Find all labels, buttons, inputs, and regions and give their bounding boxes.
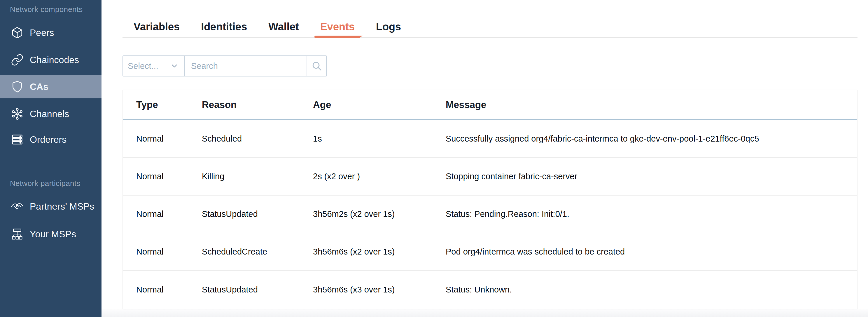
tab-bar: Variables Identities Wallet Events Logs: [123, 16, 858, 38]
chain-link-icon: [10, 53, 24, 66]
cell-age: 3h56m2s (x2 over 1s): [300, 209, 433, 219]
handshake-icon: [10, 200, 24, 213]
tab-logs[interactable]: Logs: [376, 16, 401, 37]
cell-reason: ScheduledCreate: [189, 247, 300, 257]
search-icon: [311, 60, 322, 71]
sidebar-item-peers[interactable]: Peers: [0, 21, 101, 45]
column-header-type: Type: [123, 99, 189, 110]
table-row[interactable]: Normal ScheduledCreate 3h56m6s (x2 over …: [123, 233, 857, 271]
cell-reason: Killing: [189, 172, 300, 181]
sidebar-item-label: Peers: [30, 27, 54, 38]
cell-message: Successfully assigned org4/fabric-ca-int…: [433, 134, 857, 144]
cell-message: Stopping container fabric-ca-server: [433, 172, 857, 181]
sidebar-item-label: Chaincodes: [30, 55, 79, 65]
sidebar-item-partners-msps[interactable]: Partners’ MSPs: [0, 195, 101, 218]
table-row[interactable]: Normal StatusUpdated 3h56m2s (x2 over 1s…: [123, 196, 857, 233]
cell-type: Normal: [123, 209, 189, 219]
cell-age: 3h56m6s (x3 over 1s): [300, 285, 433, 294]
cell-message: Status: Pending.Reason: Init:0/1.: [433, 209, 857, 219]
cell-message: Status: Unknown.: [433, 285, 857, 294]
filter-bar: Select...: [123, 55, 327, 77]
sidebar-item-chaincodes[interactable]: Chaincodes: [0, 48, 101, 71]
cell-type: Normal: [123, 247, 189, 257]
search-button[interactable]: [307, 56, 327, 76]
cell-age: 2s (x2 over ): [300, 172, 433, 181]
table-row[interactable]: Normal StatusUpdated 3h56m6s (x3 over 1s…: [123, 271, 857, 309]
sidebar-item-label: Your MSPs: [30, 229, 76, 240]
sidebar-item-your-msps[interactable]: Your MSPs: [0, 223, 101, 246]
cell-age: 1s: [300, 134, 433, 144]
page-bottom-strip: [101, 309, 868, 317]
sidebar-section-network-components: Network components: [10, 5, 83, 14]
sidebar-item-label: Orderers: [30, 134, 66, 145]
tab-events[interactable]: Events: [320, 16, 355, 37]
tab-variables[interactable]: Variables: [133, 16, 180, 37]
cube-icon: [10, 26, 24, 39]
column-header-age: Age: [300, 99, 433, 110]
filter-select[interactable]: Select...: [123, 55, 185, 77]
sidebar-item-label: Channels: [30, 109, 69, 119]
tab-wallet[interactable]: Wallet: [268, 16, 299, 37]
search-box: [185, 55, 327, 77]
cell-message: Pod org4/intermca was scheduled to be cr…: [433, 247, 857, 257]
filter-select-value: Select...: [128, 61, 158, 71]
column-header-message: Message: [433, 99, 857, 110]
table-row[interactable]: Normal Killing 2s (x2 over ) Stopping co…: [123, 158, 857, 196]
sidebar-item-label: CAs: [30, 81, 49, 92]
table-row[interactable]: Normal Scheduled 1s Successfully assigne…: [123, 120, 857, 158]
server-stack-icon: [10, 133, 24, 146]
column-header-reason: Reason: [189, 99, 300, 110]
cell-type: Normal: [123, 285, 189, 294]
org-chart-icon: [10, 227, 24, 241]
shield-icon: [10, 80, 24, 93]
chevron-down-icon: [170, 62, 179, 70]
cell-reason: Scheduled: [189, 134, 300, 144]
cell-reason: StatusUpdated: [189, 285, 300, 294]
sidebar-section-network-participants: Network participants: [10, 179, 81, 188]
sidebar-item-channels[interactable]: Channels: [0, 102, 101, 125]
events-table-header: Type Reason Age Message: [123, 90, 857, 120]
cell-type: Normal: [123, 134, 189, 144]
cell-type: Normal: [123, 172, 189, 181]
cell-age: 3h56m6s (x2 over 1s): [300, 247, 433, 257]
tab-identities[interactable]: Identities: [201, 16, 247, 37]
search-input[interactable]: [185, 56, 307, 76]
sidebar-item-cas[interactable]: CAs: [0, 75, 101, 98]
sidebar: Network components Peers Chaincodes CAs: [0, 0, 101, 317]
sidebar-item-orderers[interactable]: Orderers: [0, 128, 101, 151]
network-hub-icon: [10, 107, 24, 120]
events-table: Type Reason Age Message Normal Scheduled…: [123, 90, 858, 309]
cell-reason: StatusUpdated: [189, 209, 300, 219]
sidebar-item-label: Partners’ MSPs: [30, 201, 94, 212]
